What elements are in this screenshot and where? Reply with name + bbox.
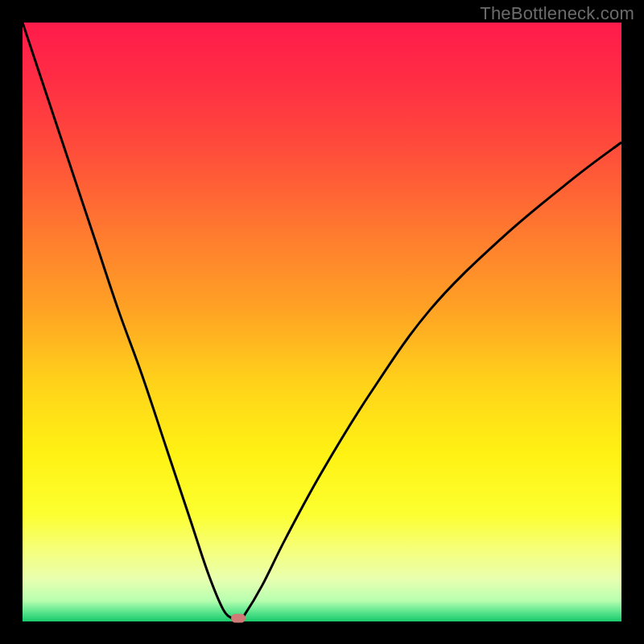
outer-frame: TheBottleneck.com: [0, 0, 644, 644]
bottleneck-curve: [23, 23, 621, 621]
curve-layer: [23, 23, 621, 621]
plot-area: [23, 23, 621, 621]
optimal-point-marker: [231, 614, 246, 623]
watermark-text: TheBottleneck.com: [480, 3, 634, 24]
